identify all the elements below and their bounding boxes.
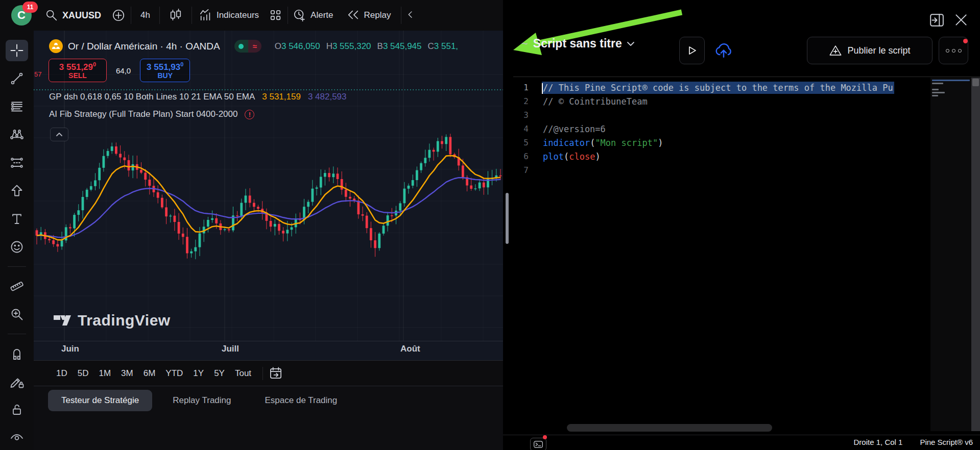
time-axis-label: Juin	[61, 344, 79, 354]
pine-version[interactable]: Pine Script® v6	[920, 438, 973, 446]
line-number: 4	[503, 124, 542, 134]
range-button-1d[interactable]: 1D	[51, 366, 73, 381]
more-notification-dot	[963, 39, 968, 43]
line-number: 3	[503, 110, 542, 120]
date-range-bar: 1D5D1M3M6MYTD1Y5YTout	[34, 360, 503, 386]
range-button-5d[interactable]: 5D	[73, 366, 94, 381]
tool-eye[interactable]	[6, 427, 28, 448]
indicator-1-value-fast: 3 531,159	[262, 92, 301, 102]
line-number: 5	[503, 138, 542, 147]
tool-forecast[interactable]	[6, 152, 28, 173]
buy-button[interactable]: 3 551,930 BUY	[140, 59, 190, 82]
tool-ruler[interactable]	[6, 276, 28, 297]
forecast-icon	[10, 156, 24, 170]
add-to-chart-button[interactable]	[679, 37, 705, 64]
legend-collapse-button[interactable]	[50, 128, 68, 141]
minimap-line	[932, 80, 970, 81]
account-logo[interactable]: C 11	[11, 5, 32, 26]
chart-pane[interactable]: Juin Juill Août Or / Dollar Américain · …	[34, 31, 503, 360]
code-line-4[interactable]: 4//@version=6	[503, 122, 980, 136]
compare-add-icon[interactable]	[112, 9, 126, 22]
market-status-toggle[interactable]: ≈	[234, 40, 261, 53]
tool-text-tool[interactable]	[6, 208, 28, 230]
tool-rail-divider	[8, 266, 26, 267]
statusbar-divider	[503, 435, 980, 435]
spread-value: 64,0	[116, 66, 131, 75]
range-button-1m[interactable]: 1M	[93, 366, 116, 381]
range-button-ytd[interactable]: YTD	[160, 366, 188, 381]
code-line-7[interactable]: 7	[503, 163, 980, 177]
tab-replay-trading[interactable]: Replay Trading	[159, 390, 244, 411]
indicator-legend-2[interactable]: AI Fib Strategy (Full Trade Plan) Start …	[49, 109, 254, 119]
indicator-1-value-slow: 3 482,593	[308, 92, 347, 102]
cloud-save-icon[interactable]	[713, 41, 734, 59]
data-ok-dot	[234, 40, 248, 53]
notification-badge: 11	[22, 2, 38, 13]
code-editor[interactable]: 1// This Pine Script® code is subject to…	[503, 81, 980, 177]
scrollbar-thumb[interactable]	[972, 79, 979, 86]
code-line-2[interactable]: 2// © CointribuneTeam	[503, 94, 980, 108]
tradingview-app: C 11 XAUUSD 4h Indicateurs Alerte Replay	[0, 0, 980, 450]
indicator-warning-icon[interactable]: !	[245, 110, 254, 119]
magnet-icon	[10, 346, 24, 361]
tool-magnet[interactable]	[6, 343, 28, 364]
code-line-6[interactable]: 6plot(close)	[503, 149, 980, 163]
tool-crosshair[interactable]	[6, 40, 28, 61]
code-line-1[interactable]: 1// This Pine Script® code is subject to…	[503, 81, 980, 94]
toolbar-divider	[288, 7, 288, 24]
open-in-window-icon[interactable]	[929, 12, 944, 28]
collapse-toolbar-icon[interactable]	[407, 10, 417, 20]
tab-espace-de-trading[interactable]: Espace de Trading	[252, 390, 351, 411]
close-icon[interactable]	[953, 12, 969, 28]
tool-fib-retracement[interactable]	[6, 96, 28, 117]
indicators-icon	[199, 9, 212, 22]
ohlc-o: O3 546,050	[275, 41, 320, 52]
interval-button[interactable]: 4h	[136, 10, 154, 20]
tab-testeur-de-strat-gie[interactable]: Testeur de Stratégie	[48, 390, 152, 411]
ohlc-values: O3 546,050H3 555,320B3 545,945C3 551,	[275, 41, 458, 52]
sell-price: 3 551,29	[59, 62, 93, 71]
toolbar-divider	[131, 7, 131, 24]
text-cursor	[542, 83, 543, 94]
indicator-templates-icon[interactable]	[269, 9, 282, 22]
tradingview-logo-icon	[53, 311, 71, 330]
editor-minimap[interactable]	[930, 78, 971, 431]
indicators-button[interactable]: Indicateurs	[199, 9, 259, 22]
sell-button[interactable]: 3 551,290 SELL	[49, 59, 107, 82]
code-line-5[interactable]: 5indicator("Mon script")	[503, 136, 980, 149]
tool-zoom-in[interactable]	[6, 304, 28, 325]
tool-arrow-marker[interactable]	[6, 180, 28, 202]
goto-date-icon[interactable]	[269, 366, 283, 380]
console-button[interactable]	[530, 438, 546, 450]
tool-drawing-mode[interactable]	[6, 371, 28, 392]
editor-vertical-scrollbar[interactable]	[971, 78, 980, 431]
toolbar-divider	[401, 7, 401, 24]
symbol-search-button[interactable]: XAUUSD	[45, 9, 101, 22]
range-button-tout[interactable]: Tout	[230, 366, 256, 381]
panel-resize-handle[interactable]	[506, 193, 509, 244]
symbol-title[interactable]: Or / Dollar Américain · 4h · OANDA	[68, 41, 220, 52]
publish-icon	[829, 44, 842, 57]
tool-xabcd-pattern[interactable]	[6, 124, 28, 145]
indicator-legend-1[interactable]: GP dsh 0,618 0,65 10 Both Lines 10 21 EM…	[49, 92, 347, 102]
pine-editor-panel: ~ Script sans titre Publier le script 1/…	[503, 0, 980, 450]
code-line-3[interactable]: 3	[503, 108, 980, 122]
range-button-5y[interactable]: 5Y	[209, 366, 230, 381]
sell-label: SELL	[68, 72, 87, 80]
tool-trend-line[interactable]	[6, 68, 28, 89]
range-button-6m[interactable]: 6M	[138, 366, 161, 381]
trade-buttons-row: 3 551,290 SELL 64,0 3 551,930 BUY	[49, 59, 190, 82]
alert-button[interactable]: Alerte	[293, 9, 333, 22]
replay-button[interactable]: Replay	[347, 9, 391, 22]
range-button-3m[interactable]: 3M	[116, 366, 138, 381]
script-title-button[interactable]: ~ Script sans titre	[521, 37, 635, 51]
publish-script-button[interactable]: Publier le script	[807, 37, 933, 64]
line-source: indicator("Mon script")	[542, 137, 664, 149]
tool-emoji[interactable]	[6, 236, 28, 258]
script-kind-icon: ~	[521, 37, 528, 51]
editor-horizontal-scrollbar[interactable]	[567, 424, 772, 432]
fib-retracement-icon	[10, 99, 24, 114]
chart-style-icon[interactable]	[169, 9, 182, 22]
tool-lock-drawings[interactable]	[6, 399, 28, 420]
range-button-1y[interactable]: 1Y	[188, 366, 209, 381]
